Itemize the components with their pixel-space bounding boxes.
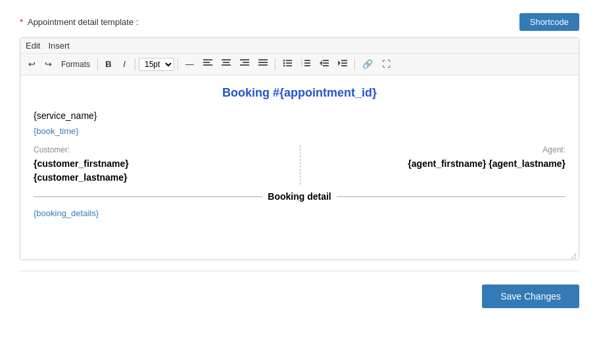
field-label-row: * Appointment detail template : Shortcod…	[20, 13, 579, 31]
separator-4	[275, 58, 276, 70]
svg-rect-6	[240, 59, 249, 60]
svg-rect-9	[258, 59, 268, 60]
separator-3	[178, 58, 178, 70]
divider-line-right	[337, 196, 565, 197]
undo-button[interactable]: ↩	[24, 57, 39, 72]
align-center-button[interactable]	[218, 57, 235, 72]
list-ul-button[interactable]	[279, 57, 296, 72]
svg-rect-17	[286, 65, 292, 66]
editor-menubar: Edit Insert	[20, 38, 579, 54]
svg-rect-21	[304, 62, 310, 64]
svg-rect-8	[240, 64, 249, 66]
book-time-var: {book_time}	[34, 126, 565, 136]
save-changes-button[interactable]: Save Changes	[482, 284, 579, 308]
service-name-var: {service_name}	[34, 110, 565, 121]
svg-rect-7	[243, 62, 249, 63]
svg-rect-19	[304, 60, 310, 61]
svg-rect-27	[323, 65, 329, 66]
svg-point-14	[283, 62, 285, 64]
svg-text:3.: 3.	[301, 64, 303, 67]
divider-line-left	[34, 196, 262, 197]
svg-rect-11	[258, 64, 268, 66]
booking-detail-label: Booking detail	[268, 191, 331, 202]
hr-button[interactable]: —	[181, 57, 198, 72]
customer-label: Customer:	[34, 145, 287, 154]
two-column-row: Customer: {customer_firstname} {customer…	[34, 145, 565, 185]
svg-rect-10	[258, 62, 268, 63]
customer-firstname-var: {customer_firstname}	[34, 157, 287, 171]
svg-rect-15	[286, 62, 292, 64]
separator-5	[354, 58, 355, 70]
svg-rect-0	[203, 59, 212, 60]
menu-insert[interactable]: Insert	[48, 41, 70, 51]
required-asterisk: *	[20, 17, 23, 27]
font-size-select[interactable]: 15pt	[139, 58, 174, 71]
agent-column: Agent: {agent_firstname} {agent_lastname…	[300, 145, 566, 185]
formats-button[interactable]: Formats	[57, 58, 94, 70]
svg-rect-25	[323, 60, 329, 61]
svg-point-12	[283, 60, 285, 62]
bold-button[interactable]: B	[101, 57, 116, 72]
shortcode-button[interactable]: Shortcode	[519, 13, 579, 31]
agent-name-var: {agent_firstname} {agent_lastname}	[313, 157, 566, 171]
customer-lastname-var: {customer_lastname}	[34, 171, 287, 185]
italic-button[interactable]: I	[117, 57, 132, 72]
menu-edit[interactable]: Edit	[26, 41, 40, 51]
separator-2	[135, 58, 135, 70]
svg-rect-13	[286, 60, 292, 61]
align-left-button[interactable]	[199, 57, 216, 72]
customer-column: Customer: {customer_firstname} {customer…	[34, 145, 300, 185]
separator-1	[97, 58, 98, 70]
align-right-button[interactable]	[236, 57, 253, 72]
resize-handle[interactable]: ◿	[571, 252, 577, 258]
editor-body[interactable]: Booking #{appointment_id} {service_name}…	[20, 76, 579, 260]
link-button[interactable]: 🔗	[358, 57, 377, 72]
footer-row: Save Changes	[20, 282, 579, 308]
booking-title: Booking #{appointment_id}	[34, 86, 565, 100]
indent-decrease-button[interactable]	[316, 57, 333, 72]
svg-rect-1	[203, 62, 210, 63]
svg-rect-31	[341, 65, 347, 66]
svg-rect-2	[203, 64, 212, 66]
align-justify-button[interactable]	[254, 57, 272, 72]
svg-rect-5	[222, 64, 231, 66]
editor-toolbar: ↩ ↪ Formats B I 15pt —	[20, 54, 579, 76]
svg-rect-3	[222, 59, 231, 60]
list-ol-button[interactable]: 1.2.3.	[297, 57, 314, 72]
footer-divider	[20, 271, 579, 271]
indent-increase-button[interactable]	[334, 57, 351, 72]
svg-rect-30	[341, 62, 347, 64]
fullscreen-button[interactable]: ⛶	[378, 57, 395, 72]
svg-rect-23	[304, 65, 310, 66]
booking-details-var: {booking_details}	[34, 208, 565, 218]
svg-rect-29	[341, 60, 347, 61]
field-label: * Appointment detail template :	[20, 17, 138, 27]
svg-rect-4	[223, 62, 229, 63]
svg-rect-26	[323, 62, 329, 64]
redo-button[interactable]: ↪	[41, 57, 56, 72]
agent-label: Agent:	[313, 145, 566, 154]
booking-detail-divider: Booking detail	[34, 191, 565, 202]
svg-marker-24	[320, 60, 322, 66]
editor-container: Edit Insert ↩ ↪ Formats B I 15pt —	[20, 37, 579, 260]
svg-marker-28	[338, 60, 341, 66]
svg-point-16	[283, 65, 285, 67]
